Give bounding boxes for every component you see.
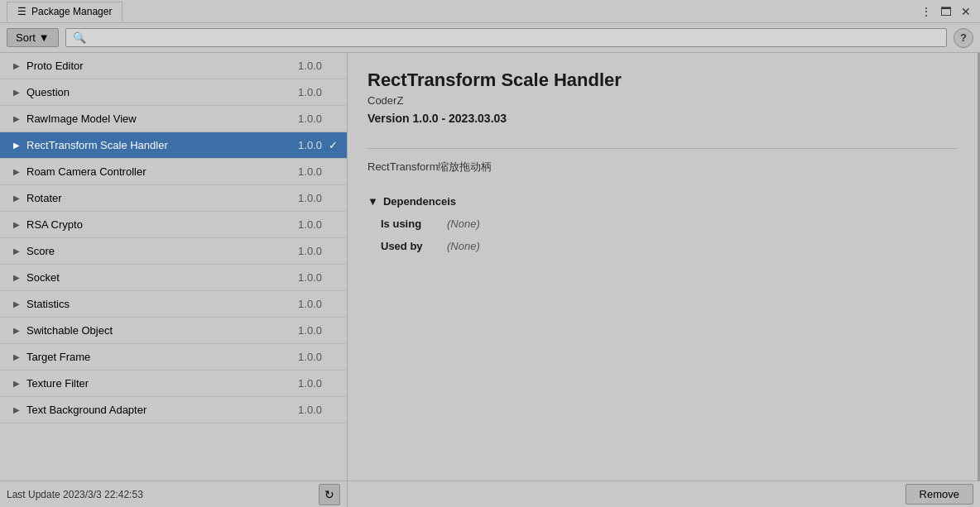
toolbar: Sort ▼ 🔍 ? [0, 23, 980, 53]
dependencies-title: Dependenceis [383, 195, 456, 208]
package-item-version: 1.0.0 [298, 271, 322, 284]
package-item-version: 1.0.0 [298, 192, 322, 204]
expand-arrow-icon: ▶ [13, 273, 23, 282]
minimize-button[interactable]: 🗖 [939, 4, 954, 19]
right-panel: RectTransform Scale Handler CoderZ Versi… [348, 53, 980, 481]
package-item-name: RectTransform Scale Handler [26, 139, 298, 151]
list-item[interactable]: ▶Target Frame1.0.0 [0, 344, 347, 371]
package-item-version: 1.0.0 [298, 351, 322, 363]
list-item[interactable]: ▶Proto Editor1.0.0 [0, 53, 347, 79]
last-update-text: Last Update 2023/3/3 22:42:53 [7, 489, 312, 500]
package-item-name: Score [26, 245, 298, 257]
used-by-value: (None) [447, 240, 480, 252]
package-item-name: Rotater [26, 192, 298, 204]
expand-arrow-icon: ▶ [13, 246, 23, 256]
sort-button[interactable]: Sort ▼ [7, 28, 59, 47]
refresh-button[interactable]: ↻ [319, 484, 340, 505]
package-item-version: 1.0.0 [298, 165, 322, 178]
title-bar: ☰ Package Manager ⋮ 🗖 ✕ [0, 0, 980, 23]
more-options-button[interactable]: ⋮ [919, 4, 934, 19]
expand-arrow-icon: ▶ [13, 141, 23, 150]
is-using-value: (None) [447, 218, 480, 230]
list-item[interactable]: ▶Texture Filter1.0.0 [0, 371, 347, 397]
search-input[interactable] [89, 31, 939, 44]
right-bottom-bar: Remove [348, 481, 980, 507]
package-item-name: RSA Crypto [26, 218, 298, 231]
package-installed-check: ✓ [329, 139, 340, 151]
help-button[interactable]: ? [954, 28, 973, 48]
package-item-version: 1.0.0 [298, 218, 322, 231]
dependencies-section: ▼ Dependenceis Is using (None) Used by (… [368, 195, 958, 262]
package-item-name: Texture Filter [26, 377, 298, 390]
package-version: Version 1.0.0 - 2023.03.03 [368, 112, 958, 125]
list-item[interactable]: ▶Text Background Adapter1.0.0 [0, 397, 347, 423]
package-item-name: Question [26, 86, 298, 98]
search-icon: 🔍 [73, 31, 86, 44]
expand-arrow-icon: ▶ [13, 405, 23, 414]
expand-arrow-icon: ▶ [13, 194, 23, 203]
expand-arrow-icon: ▶ [13, 299, 23, 309]
list-item[interactable]: ▶Switchable Object1.0.0 [0, 318, 347, 344]
expand-arrow-icon: ▶ [13, 88, 23, 97]
separator [368, 148, 958, 149]
list-item[interactable]: ▶Statistics1.0.0 [0, 291, 347, 318]
package-item-name: Roam Camera Controller [26, 165, 298, 178]
expand-arrow-icon: ▶ [13, 167, 23, 176]
list-item[interactable]: ▶RSA Crypto1.0.0 [0, 212, 347, 238]
package-item-version: 1.0.0 [298, 324, 322, 337]
expand-arrow-icon: ▶ [13, 114, 23, 123]
sort-arrow-icon: ▼ [39, 31, 50, 44]
expand-arrow-icon: ▶ [13, 326, 23, 335]
search-bar[interactable]: 🔍 [65, 28, 947, 47]
list-item[interactable]: ▶RawImage Model View1.0.0 [0, 106, 347, 132]
expand-arrow-icon: ▶ [13, 352, 23, 361]
package-item-version: 1.0.0 [298, 245, 322, 257]
left-panel: ▶Proto Editor1.0.0▶Question1.0.0▶RawImag… [0, 53, 348, 507]
title-tab[interactable]: ☰ Package Manager [7, 2, 122, 22]
package-item-name: Socket [26, 271, 298, 284]
package-item-version: 1.0.0 [298, 86, 322, 98]
package-list[interactable]: ▶Proto Editor1.0.0▶Question1.0.0▶RawImag… [0, 53, 347, 481]
package-item-name: Text Background Adapter [26, 404, 298, 416]
used-by-row: Used by (None) [368, 240, 958, 252]
package-item-name: Switchable Object [26, 324, 298, 337]
window-controls: ⋮ 🗖 ✕ [919, 4, 973, 19]
sort-label: Sort [16, 31, 36, 44]
title-text: Package Manager [31, 6, 112, 17]
is-using-row: Is using (None) [368, 218, 958, 230]
package-item-version: 1.0.0 [298, 404, 322, 416]
list-item[interactable]: ▶Question1.0.0 [0, 79, 347, 106]
package-author: CoderZ [368, 94, 958, 107]
list-item[interactable]: ▶Rotater1.0.0 [0, 185, 347, 212]
package-item-version: 1.0.0 [298, 377, 322, 390]
dep-arrow-icon: ▼ [368, 195, 378, 208]
list-item[interactable]: ▶Roam Camera Controller1.0.0 [0, 159, 347, 185]
package-item-name: RawImage Model View [26, 112, 298, 125]
dependencies-header[interactable]: ▼ Dependenceis [368, 195, 958, 208]
package-item-name: Target Frame [26, 351, 298, 363]
list-item[interactable]: ▶RectTransform Scale Handler1.0.0✓ [0, 132, 347, 159]
package-icon: ☰ [17, 6, 26, 17]
status-bar: Last Update 2023/3/3 22:42:53 ↻ [0, 481, 347, 507]
package-description: RectTransform缩放拖动柄 [368, 159, 958, 175]
package-item-name: Proto Editor [26, 60, 298, 72]
package-item-name: Statistics [26, 298, 298, 310]
package-item-version: 1.0.0 [298, 112, 322, 125]
list-item[interactable]: ▶Socket1.0.0 [0, 265, 347, 291]
expand-arrow-icon: ▶ [13, 379, 23, 388]
main-content: ▶Proto Editor1.0.0▶Question1.0.0▶RawImag… [0, 53, 980, 507]
package-title: RectTransform Scale Handler [368, 69, 958, 91]
package-item-version: 1.0.0 [298, 298, 322, 310]
package-item-version: 1.0.0 [298, 60, 322, 72]
close-button[interactable]: ✕ [958, 4, 973, 19]
package-item-version: 1.0.0 [298, 139, 322, 151]
expand-arrow-icon: ▶ [13, 61, 23, 70]
is-using-label: Is using [381, 218, 447, 230]
remove-button[interactable]: Remove [906, 484, 973, 505]
expand-arrow-icon: ▶ [13, 220, 23, 229]
list-item[interactable]: ▶Score1.0.0 [0, 238, 347, 265]
used-by-label: Used by [381, 240, 447, 252]
